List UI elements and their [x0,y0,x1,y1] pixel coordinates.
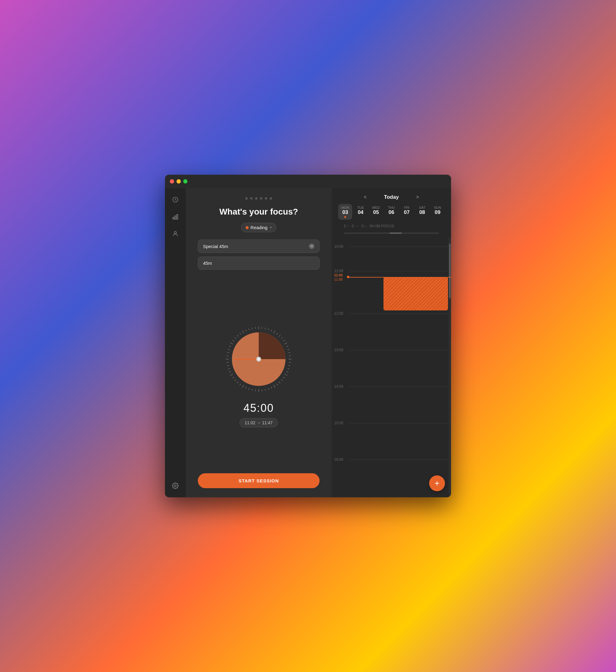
svg-line-32 [271,387,272,388]
chevron-down-icon: ▾ [270,226,272,229]
sidebar-item-settings[interactable] [170,480,181,491]
session-name-value: Special 45m [203,244,228,249]
day-wed-name: WED [372,206,380,209]
svg-line-16 [285,343,287,344]
session-block [383,277,448,310]
day-sat-name: SAT [419,206,425,209]
day-tue[interactable]: TUE 04 [354,204,368,220]
time-line-11 [349,271,451,271]
day-tue-num: 04 [358,209,363,215]
current-time-line [349,277,451,278]
svg-line-26 [285,374,287,376]
dot-6 [270,197,272,200]
svg-line-55 [229,346,231,346]
time-label-10: 10:00 [334,244,343,249]
svg-line-45 [233,377,234,378]
day-sun-num: 09 [435,209,440,215]
dot-2 [250,197,253,200]
svg-line-59 [237,335,238,336]
dot-4 [260,197,262,200]
day-sat[interactable]: SAT 08 [415,204,429,220]
svg-line-63 [249,328,249,330]
day-thu[interactable]: THU 06 [384,204,398,220]
svg-line-60 [240,333,241,334]
dot-3 [255,197,257,200]
svg-rect-2 [175,216,176,219]
sidebar [165,188,186,497]
sidebar-item-profile[interactable] [170,228,181,239]
day-tue-name: TUE [357,206,364,209]
svg-line-20 [289,355,291,356]
sidebar-item-timer[interactable] [170,194,181,205]
svg-line-27 [283,377,285,378]
traffic-lights [170,179,187,184]
page-dots [245,197,272,200]
svg-line-29 [279,382,280,383]
day-fri-num: 07 [404,209,410,215]
sidebar-item-chart[interactable] [170,211,181,222]
svg-line-61 [242,331,244,333]
day-mon-num: 03 [342,209,348,215]
time-label-11: 11:00 [334,269,343,273]
day-sat-num: 08 [419,209,425,215]
day-wed[interactable]: WED 05 [369,204,383,220]
left-panel: What's your focus? Reading ▾ Special 45m… [186,188,332,497]
day-fri[interactable]: FRI 07 [400,204,414,220]
time-line-12 [349,313,451,314]
svg-line-33 [268,388,269,390]
svg-line-25 [286,371,288,372]
time-label-13: 13:00 [334,348,343,352]
clear-session-name-button[interactable]: ✕ [309,243,314,249]
svg-line-12 [277,333,278,334]
main-layout: What's your focus? Reading ▾ Special 45m… [165,188,451,497]
svg-rect-3 [177,215,178,219]
svg-line-39 [249,388,249,390]
focus-selector[interactable]: Reading ▾ [241,223,276,232]
day-fri-name: FRI [404,206,410,209]
svg-point-4 [174,232,176,234]
svg-line-24 [288,368,289,369]
svg-point-69 [257,358,260,360]
day-mon-dot [344,216,346,218]
timer-range-display: 11:02 → 11:47 [240,418,278,427]
svg-line-11 [274,331,275,333]
day-sun-name: SUN [434,206,441,209]
time-label-12: 12:00 [334,311,343,316]
timer-container: 45:00 11:02 → 11:47 [222,276,295,473]
svg-line-57 [233,340,234,341]
days-row: MON 03 TUE 04 WED 05 THU 06 [338,204,445,220]
duration-field[interactable]: 45m [198,257,320,270]
maximize-button[interactable] [183,179,187,184]
svg-line-49 [227,365,229,366]
svg-line-19 [289,352,290,352]
dot-1 [245,197,248,200]
prev-week-button[interactable]: < [361,193,369,201]
svg-line-7 [262,327,262,329]
add-session-button[interactable]: + [429,475,445,491]
current-time-1: 11:02 [334,273,343,277]
day-mon[interactable]: MON 03 [338,204,352,220]
svg-line-54 [228,349,230,350]
svg-line-65 [255,327,256,329]
scrollbar-track [449,237,451,497]
day-sun[interactable]: SUN 09 [431,204,445,220]
svg-line-40 [246,387,246,388]
svg-line-15 [283,340,285,341]
title-bar [165,175,451,188]
timeline: 10:00 11:00 11:02 11:08 12:00 13:00 [332,237,451,497]
svg-line-41 [242,385,244,387]
svg-line-17 [286,346,288,346]
svg-line-46 [230,374,233,376]
right-panel: < Today > MON 03 TUE 04 WED [332,188,451,497]
svg-line-23 [289,365,290,366]
svg-point-5 [174,485,176,487]
next-week-button[interactable]: > [413,193,422,201]
close-button[interactable] [170,179,174,184]
time-label-14: 14:00 [334,384,343,389]
start-session-button[interactable]: START SESSION [198,473,320,488]
scrollbar-thumb[interactable] [449,243,451,298]
minimize-button[interactable] [177,179,181,184]
svg-line-64 [252,327,252,329]
focus-stats: 0 ↑ · 0 → · 0 ↓ · 0H 0M FOCUS [344,224,394,228]
session-name-field[interactable]: Special 45m ✕ [198,240,320,253]
